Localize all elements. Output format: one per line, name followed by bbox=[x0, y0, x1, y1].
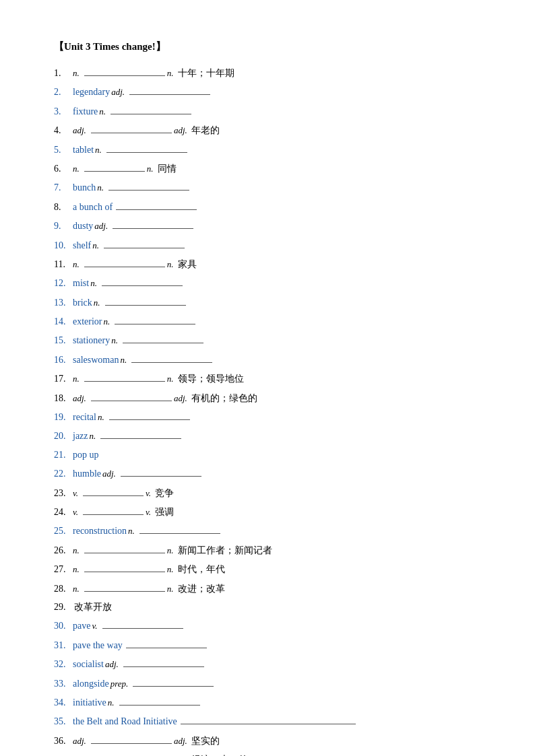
item-content: stationeryn. bbox=[73, 333, 206, 348]
vocab-word: exterior bbox=[73, 314, 102, 329]
item-content: adj.adj.坚实的 bbox=[73, 733, 220, 749]
vocab-list: 1.n.n.十年；十年期2.legendaryadj.3.fixturen.4.… bbox=[54, 65, 481, 756]
blank-line[interactable] bbox=[84, 581, 165, 592]
vocab-word: saleswoman bbox=[73, 353, 119, 368]
item-content: the Belt and Road Initiative bbox=[73, 714, 358, 729]
item-content: shelfn. bbox=[73, 238, 187, 253]
blank-line[interactable] bbox=[105, 295, 186, 306]
blank-line[interactable] bbox=[121, 466, 201, 477]
item-content: dustyadj. bbox=[73, 218, 195, 234]
item-content: n.n.家具 bbox=[73, 256, 197, 272]
list-item: 14.exteriorn. bbox=[54, 314, 481, 329]
item-number: 3. bbox=[54, 104, 73, 119]
vocab-word: pave bbox=[73, 619, 90, 633]
blank-line[interactable] bbox=[126, 638, 207, 648]
item-number: 32. bbox=[54, 657, 73, 672]
chinese-def: 年老的 bbox=[191, 123, 220, 138]
blank-line[interactable] bbox=[119, 695, 200, 706]
item-content: n.n.时代，年代 bbox=[73, 561, 225, 577]
blank-line[interactable] bbox=[104, 238, 185, 248]
pos-label: adj. bbox=[73, 124, 86, 138]
blank-line[interactable] bbox=[109, 409, 190, 420]
blank-line[interactable] bbox=[108, 180, 189, 191]
chinese-def: 经济（上）的 bbox=[191, 753, 248, 756]
pos-label: adj. bbox=[174, 392, 187, 406]
item-number: 27. bbox=[54, 562, 73, 577]
blank-line[interactable] bbox=[106, 142, 187, 153]
blank-line[interactable] bbox=[102, 618, 183, 629]
vocab-word: jazz bbox=[73, 429, 88, 444]
blank-line[interactable] bbox=[83, 504, 144, 515]
blank-line[interactable] bbox=[129, 84, 210, 95]
pos-label: adj. bbox=[102, 467, 116, 481]
item-number: 17. bbox=[54, 372, 73, 386]
item-number: 4. bbox=[54, 123, 73, 138]
blank-line[interactable] bbox=[111, 104, 191, 114]
item-number: 1. bbox=[54, 66, 73, 81]
item-content: saleswomann. bbox=[73, 352, 214, 368]
blank-line[interactable] bbox=[181, 714, 356, 724]
blank-line[interactable] bbox=[116, 199, 197, 210]
item-content: mistn. bbox=[73, 275, 185, 291]
blank-line[interactable] bbox=[131, 352, 212, 363]
blank-line[interactable] bbox=[84, 561, 165, 572]
pos-label: adj. bbox=[174, 753, 187, 756]
blank-line[interactable] bbox=[83, 485, 144, 496]
blank-line[interactable] bbox=[113, 218, 193, 229]
blank-line[interactable] bbox=[84, 161, 145, 172]
pos-label: v. bbox=[146, 487, 151, 501]
blank-line[interactable] bbox=[102, 275, 183, 286]
blank-line[interactable] bbox=[133, 676, 214, 687]
item-content: n.n.十年；十年期 bbox=[73, 65, 234, 81]
item-content: n.n.领导；领导地位 bbox=[73, 371, 244, 386]
item-number: 16. bbox=[54, 353, 73, 368]
list-item: 2.legendaryadj. bbox=[54, 84, 481, 100]
item-number: 9. bbox=[54, 219, 73, 234]
vocab-word: mist bbox=[73, 276, 89, 291]
blank-line[interactable] bbox=[84, 256, 165, 267]
item-content: n.n.新闻工作者；新闻记者 bbox=[73, 543, 272, 558]
list-item: 30.pavev. bbox=[54, 618, 481, 633]
item-content: socialistadj. bbox=[73, 656, 206, 672]
item-content: legendaryadj. bbox=[73, 84, 212, 100]
list-item: 10.shelfn. bbox=[54, 238, 481, 253]
blank-line[interactable] bbox=[84, 65, 165, 76]
item-content: 改革开放 bbox=[73, 600, 112, 615]
item-content: recitaln. bbox=[73, 409, 192, 425]
list-item: 19.recitaln. bbox=[54, 409, 481, 425]
item-number: 10. bbox=[54, 238, 73, 253]
pos-label: n. bbox=[111, 334, 118, 348]
item-number: 33. bbox=[54, 677, 73, 691]
blank-line[interactable] bbox=[139, 523, 220, 534]
vocab-word: fixture bbox=[73, 104, 98, 119]
list-item: 9.dustyadj. bbox=[54, 218, 481, 234]
blank-line[interactable] bbox=[91, 390, 172, 401]
item-number: 7. bbox=[54, 180, 73, 195]
pos-label: n. bbox=[99, 105, 106, 119]
item-content: n.n.同情 bbox=[73, 161, 177, 176]
pos-label: n. bbox=[90, 429, 96, 444]
blank-line[interactable] bbox=[123, 656, 204, 667]
blank-line[interactable] bbox=[91, 752, 172, 756]
list-item: 22.humbleadj. bbox=[54, 466, 481, 481]
pos-label: adj. bbox=[94, 219, 108, 234]
chinese-def: 新闻工作者；新闻记者 bbox=[178, 543, 272, 558]
blank-line[interactable] bbox=[84, 371, 165, 382]
blank-line[interactable] bbox=[100, 428, 181, 439]
item-number: 14. bbox=[54, 314, 73, 329]
list-item: 36.adj.adj.坚实的 bbox=[54, 733, 481, 749]
item-number: 29. bbox=[54, 600, 73, 615]
item-content: reconstructionn. bbox=[73, 523, 222, 539]
list-item: 1.n.n.十年；十年期 bbox=[54, 65, 481, 81]
item-number: 21. bbox=[54, 448, 73, 462]
list-item: 17.n.n.领导；领导地位 bbox=[54, 371, 481, 386]
pos-label: adj. bbox=[73, 734, 86, 749]
blank-line[interactable] bbox=[123, 333, 203, 343]
blank-line[interactable] bbox=[91, 733, 172, 744]
pos-label: n. bbox=[167, 258, 174, 272]
pos-label: n. bbox=[73, 544, 80, 558]
blank-line[interactable] bbox=[91, 123, 172, 133]
blank-line[interactable] bbox=[115, 314, 195, 324]
blank-line[interactable] bbox=[84, 543, 165, 553]
item-content: v.v.竞争 bbox=[73, 485, 174, 501]
